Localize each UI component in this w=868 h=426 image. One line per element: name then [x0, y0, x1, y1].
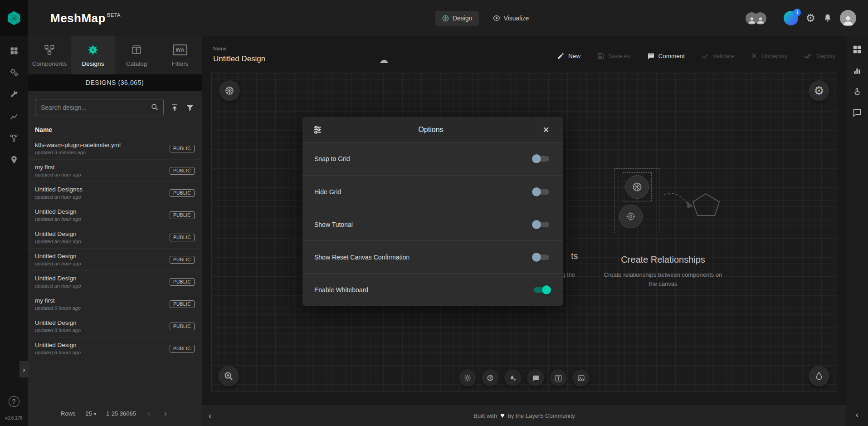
- visibility-badge: PUBLIC: [170, 234, 195, 241]
- options-list: Snap to Grid Hide Grid Show Tutorial Sho…: [302, 142, 563, 306]
- beta-badge: BETA: [107, 12, 121, 18]
- visibility-badge: PUBLIC: [170, 323, 195, 330]
- mesh-tool-button[interactable]: [459, 369, 476, 387]
- mode-switcher: Design Visualize: [435, 0, 535, 36]
- design-list-item[interactable]: Untitled Designssupdated an hour ago PUB…: [28, 181, 202, 204]
- design-list-item[interactable]: Untitled Designupdated 8 hours ago PUBLI…: [28, 315, 202, 337]
- tab-catalog[interactable]: Catalog: [115, 36, 158, 74]
- design-list-item[interactable]: Untitled Designupdated an hour ago PUBLI…: [28, 270, 202, 293]
- app-header: MeshMapBETA Design Visualize 1: [0, 0, 868, 36]
- pagination-bar: Rows 25▾ 1-25 36065 ‹ ›: [28, 401, 202, 426]
- components-drawer-button[interactable]: [852, 44, 862, 54]
- person-icon: [756, 15, 765, 24]
- comment-button[interactable]: Comment: [647, 52, 685, 60]
- comment-tool-button[interactable]: [527, 369, 544, 387]
- design-list-item[interactable]: Untitled Designupdated an hour ago PUBLI…: [28, 226, 202, 248]
- design-mode-button[interactable]: Design: [435, 11, 479, 26]
- design-list-item[interactable]: my firstupdated an hour ago PUBLIC: [28, 159, 202, 181]
- header-right-cluster: 1 ⚙: [746, 10, 868, 26]
- meshmap-logo[interactable]: [0, 0, 28, 36]
- enable-whiteboard-toggle[interactable]: [532, 285, 551, 295]
- extensions-nav-item[interactable]: [9, 132, 20, 143]
- validate-button[interactable]: Validate: [701, 52, 734, 60]
- configuration-nav-item[interactable]: [9, 89, 20, 100]
- app-footer: ‹ Built with ♥ by the Layer5 Community: [202, 405, 846, 426]
- show-tutorial-toggle[interactable]: [532, 220, 551, 230]
- whiteboard-pen-button[interactable]: [809, 366, 829, 387]
- options-modal-title: Options: [322, 126, 539, 134]
- dashboard-nav-item[interactable]: [9, 45, 20, 56]
- design-actions: New Save As Comment: [557, 52, 835, 60]
- left-nav-rail: › ? v0.6.176: [0, 36, 28, 426]
- collaborator-avatar[interactable]: [754, 12, 766, 24]
- user-avatar[interactable]: [840, 10, 856, 26]
- close-modal-button[interactable]: ×: [539, 124, 553, 135]
- canvas-options-button[interactable]: ⚙: [809, 80, 829, 101]
- design-name-input[interactable]: [213, 53, 372, 66]
- component-node: [619, 205, 643, 228]
- connections-nav-item[interactable]: [9, 154, 20, 165]
- visualize-mode-button[interactable]: Visualize: [486, 10, 536, 26]
- mesh-network-icon: [9, 133, 19, 143]
- filter-designs-button[interactable]: [185, 103, 195, 112]
- hide-grid-toggle[interactable]: [532, 187, 551, 197]
- performance-nav-item[interactable]: [9, 111, 20, 122]
- gesture-icon: [853, 87, 862, 96]
- pencil-icon: [557, 52, 565, 60]
- chevron-down-icon: ▾: [94, 411, 96, 416]
- snap-to-grid-toggle[interactable]: [532, 154, 551, 164]
- deploy-button[interactable]: Deploy: [804, 52, 835, 60]
- help-button[interactable]: ?: [9, 396, 20, 407]
- design-toolbar: Name ☁ New Save As: [202, 36, 846, 73]
- option-row-reset-canvas-confirmation: Show Reset Canvas Confirmation: [302, 240, 563, 273]
- location-pin-icon: [10, 155, 19, 164]
- dashboard-drawer-button[interactable]: [853, 66, 862, 75]
- lifecycle-nav-item[interactable]: [9, 67, 20, 78]
- comment-icon: [532, 374, 540, 382]
- design-list-item[interactable]: my firstupdated 6 hours ago PUBLIC: [28, 293, 202, 315]
- canvas-kubernetes-button[interactable]: [219, 80, 240, 101]
- previous-page-button[interactable]: ‹: [146, 409, 152, 418]
- design-list-item[interactable]: k8s-wasm-plugin-ratelimiter.ymlupdated 3…: [28, 137, 202, 159]
- collaborator-avatars: [746, 12, 766, 24]
- chat-drawer-button[interactable]: [853, 108, 862, 117]
- expand-panel-button[interactable]: ›: [20, 361, 29, 377]
- mesh-sync-icon: [463, 374, 472, 382]
- actions-drawer-button[interactable]: [853, 87, 862, 96]
- collapse-right-rail-chevron[interactable]: ‹: [856, 410, 858, 420]
- design-list-item[interactable]: Untitled Designupdated 8 hours ago PUBLI…: [28, 337, 202, 359]
- designs-panel: Components Designs Catalog: [28, 36, 202, 426]
- search-design-input[interactable]: [35, 99, 164, 116]
- provider-button[interactable]: 1: [784, 11, 798, 25]
- tab-components[interactable]: Components: [28, 36, 71, 74]
- settings-button[interactable]: ⚙: [805, 13, 815, 24]
- kubernetes-tool-button[interactable]: [482, 369, 499, 387]
- search-toolbar: [28, 91, 202, 122]
- designs-list: k8s-wasm-plugin-ratelimiter.ymlupdated 3…: [28, 137, 202, 401]
- next-page-button[interactable]: ›: [162, 409, 169, 418]
- collapse-panel-chevron[interactable]: ‹: [206, 410, 214, 421]
- save-as-button[interactable]: Save As: [597, 52, 631, 60]
- design-list-item[interactable]: Untitled Designupdated an hour ago PUBLI…: [28, 248, 202, 270]
- design-list-item[interactable]: Untitled Designupdated an hour ago PUBLI…: [28, 204, 202, 226]
- shapes-tool-button[interactable]: [504, 369, 522, 387]
- notifications-button[interactable]: [823, 13, 833, 23]
- tab-designs[interactable]: Designs: [71, 36, 115, 74]
- import-design-button[interactable]: [170, 103, 179, 112]
- undeploy-button[interactable]: Undeploy: [751, 52, 787, 59]
- panel-tabs: Components Designs Catalog: [28, 36, 202, 74]
- new-design-button[interactable]: New: [557, 52, 580, 60]
- designs-count-header: DESIGNS (36,065): [28, 74, 202, 91]
- visibility-badge: PUBLIC: [170, 278, 195, 286]
- text-tool-button[interactable]: [550, 369, 567, 387]
- media-tool-button[interactable]: [572, 369, 590, 387]
- chat-icon: [853, 108, 862, 117]
- comment-icon: [647, 52, 655, 60]
- zoom-button[interactable]: [218, 366, 239, 387]
- reset-canvas-confirmation-toggle[interactable]: [532, 252, 551, 262]
- rows-per-page-select[interactable]: 25▾: [86, 410, 97, 417]
- search-box: [35, 99, 164, 116]
- tab-filters[interactable]: WA Filters: [158, 36, 202, 74]
- visibility-badge: PUBLIC: [170, 256, 195, 264]
- onboarding-illustration: [614, 168, 750, 237]
